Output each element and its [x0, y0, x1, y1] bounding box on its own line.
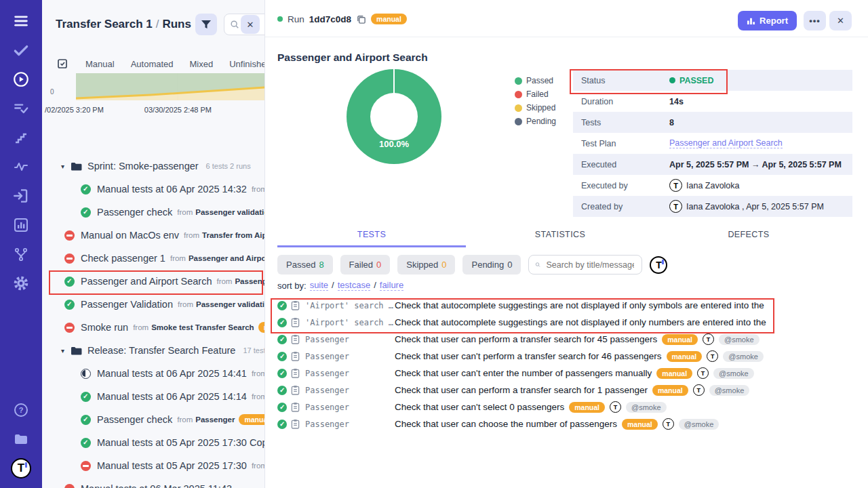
report-button[interactable]: Report — [738, 11, 797, 30]
test-suite-name: 'Airport' search … — [305, 318, 395, 327]
run-title: Passenger and Airport Search — [277, 52, 428, 64]
smoke-tag[interactable]: @smoke — [719, 334, 760, 345]
breadcrumb-project[interactable]: Transfer Search 1 — [56, 18, 153, 30]
steps-icon[interactable] — [11, 127, 31, 148]
user-avatar[interactable]: T — [650, 256, 667, 274]
test-row[interactable]: PassengerCheck that user can choose the … — [265, 415, 868, 432]
run-header-bar: Run 1dd7c0d8 manual Report ••• ✕ — [265, 0, 868, 37]
tree-folder[interactable]: ▾Release: Transfer Search Feature17 test… — [42, 339, 264, 362]
tree-run-label: Manual tests at 05 Apr 2025 17:30 Copy — [97, 437, 264, 448]
tree-run-item[interactable]: Passenger checkfromPassenger validationm… — [42, 201, 264, 224]
detail-value-text[interactable]: Passenger and Airport Search — [669, 138, 783, 148]
close-run-button[interactable]: ✕ — [829, 11, 852, 30]
status-dot — [669, 77, 675, 83]
chart-x-tick: /02/2025 3:20 PM — [45, 106, 104, 114]
testcase-icon — [291, 368, 300, 378]
filter-failed-button[interactable]: Failed0 — [340, 255, 391, 274]
help-icon[interactable]: ? — [11, 400, 31, 420]
tree-run-item[interactable]: Passenger and Airport SearchfromPassenge… — [42, 270, 264, 293]
test-row[interactable]: PassengerCheck that user can perform a t… — [265, 331, 868, 348]
tab-statistics[interactable]: STATISTICS — [466, 230, 654, 247]
test-row[interactable]: 'Airport' search …Check that autocomplet… — [265, 314, 868, 331]
detail-label: Executed — [573, 160, 669, 169]
import-icon[interactable] — [11, 186, 31, 206]
filter-button[interactable] — [195, 14, 217, 35]
detail-value-text: Iana Zavoloka , Apr 5, 2025 5:57 PM — [686, 202, 824, 211]
projects-icon[interactable] — [11, 429, 31, 449]
search-close-button[interactable]: ✕ — [241, 15, 260, 34]
legend-dot — [515, 91, 522, 98]
tree-run-item[interactable]: Manual on MacOs envfromTransfer from Aip… — [42, 224, 264, 247]
panel-tab-manual[interactable]: Manual — [85, 59, 115, 69]
legend-label: Pending — [526, 117, 556, 126]
test-row[interactable]: PassengerCheck that user can perform a t… — [265, 382, 868, 399]
tree-run-item[interactable]: Manual tests at 06 Apr 2025 14:14fromPas… — [42, 385, 264, 408]
detail-value-text: Iana Zavoloka — [686, 181, 740, 190]
sort-by-failure[interactable]: failure — [380, 280, 403, 291]
play-icon[interactable] — [11, 69, 31, 89]
activity-icon[interactable] — [11, 157, 31, 177]
status-passed-icon — [64, 300, 75, 310]
smoke-tag[interactable]: @smoke — [723, 351, 764, 362]
tree-run-item[interactable]: Manual tests at 05 Apr 2025 17:30fromTra… — [42, 454, 264, 477]
detail-row-test-plan: Test PlanPassenger and Airport Search — [573, 133, 852, 154]
clipboard-glyph — [291, 317, 300, 327]
filter-skipped-button[interactable]: Skipped0 — [397, 255, 455, 274]
tree-run-item[interactable]: Passenger checkfromPassengermanual6 — [42, 408, 264, 431]
tree-run-item[interactable]: Passenger ValidationfromPassenger valida… — [42, 293, 264, 316]
tree-run-item[interactable]: Manual tests at 06 Apr 2025 14:41fromTra… — [42, 362, 264, 385]
app-logo[interactable]: T — [11, 458, 31, 479]
tree-run-item[interactable]: Manual tests at 06 Mar 2025 11:43 — [42, 477, 264, 488]
tree-run-item[interactable]: Check passenger 1fromPassenger and Airpo… — [42, 247, 264, 270]
detail-row-executed-by: Executed byTIana Zavoloka — [573, 175, 852, 196]
smoke-tag[interactable]: @smoke — [679, 419, 719, 430]
more-button[interactable]: ••• — [804, 11, 826, 30]
menu-icon[interactable] — [11, 11, 31, 31]
tests-search-input[interactable] — [545, 260, 635, 270]
breadcrumb-separator: / — [153, 18, 163, 30]
report-chart-icon[interactable] — [11, 215, 31, 235]
tree-run-from-value: Smoke test Transfer Search — [151, 323, 254, 331]
clipboard-glyph — [291, 300, 300, 310]
smoke-tag[interactable]: @smoke — [626, 402, 667, 413]
smoke-tag[interactable]: @smoke — [713, 368, 754, 379]
list-check-icon[interactable] — [11, 98, 31, 119]
test-row[interactable]: PassengerCheck that user can't select 0 … — [265, 399, 868, 415]
test-suite-name: Passenger — [305, 352, 395, 361]
test-row[interactable]: PassengerCheck that user can't perform a… — [265, 348, 868, 365]
chevron-down-icon[interactable]: ▾ — [61, 163, 71, 170]
smoke-tag[interactable]: @smoke — [709, 385, 750, 396]
filter-passed-button[interactable]: Passed8 — [277, 255, 333, 274]
panel-tab-automated[interactable]: Automated — [131, 59, 174, 69]
test-row[interactable]: 'Airport' search …Check that autocomplet… — [265, 297, 868, 314]
tree-run-item[interactable]: Manual tests at 05 Apr 2025 17:30 Copy — [42, 431, 264, 454]
check-icon[interactable] — [11, 40, 31, 60]
sort-by-testcase[interactable]: testcase — [338, 280, 370, 291]
detail-value[interactable]: Passenger and Airport Search — [669, 138, 783, 148]
panel-tab-mixed[interactable]: Mixed — [190, 59, 214, 69]
filter-pending-button[interactable]: Pending0 — [462, 255, 521, 274]
filter-label: Skipped — [406, 260, 438, 270]
tab-tests[interactable]: TESTS — [277, 230, 466, 247]
detail-value-text: 8 — [669, 118, 674, 127]
copy-icon[interactable] — [356, 14, 366, 24]
chevron-down-icon[interactable]: ▾ — [61, 347, 71, 354]
tree-run-item[interactable]: Manual tests at 06 Apr 2025 14:32fromPas… — [42, 178, 264, 201]
panel-tab-unfinished[interactable]: Unfinished — [229, 59, 265, 69]
tree-run-item[interactable]: Smoke runfromSmoke test Transfer Searchm… — [42, 316, 264, 339]
gear-icon[interactable] — [11, 273, 31, 293]
avatar: T — [703, 333, 714, 345]
legend-item-skipped: Skipped — [515, 103, 556, 113]
tree-run-from-prefix: from — [252, 392, 264, 401]
select-all-icon[interactable] — [56, 57, 69, 70]
tree-folder[interactable]: ▾Sprint: Smoke-passenger6 tests 2 runs — [42, 155, 264, 178]
test-row[interactable]: PassengerCheck that user can't enter the… — [265, 365, 868, 382]
status-passed-icon — [81, 207, 91, 218]
run-details-table: StatusPASSEDDuration14sTests8Test PlanPa… — [573, 70, 852, 217]
sort-by-suite[interactable]: suite — [310, 280, 328, 291]
tab-defects[interactable]: DEFECTS — [654, 230, 843, 247]
legend-item-failed: Failed — [515, 89, 556, 99]
folder-icon — [71, 346, 82, 356]
branch-icon[interactable] — [11, 244, 31, 264]
tree-run-from-prefix: from — [177, 415, 193, 424]
